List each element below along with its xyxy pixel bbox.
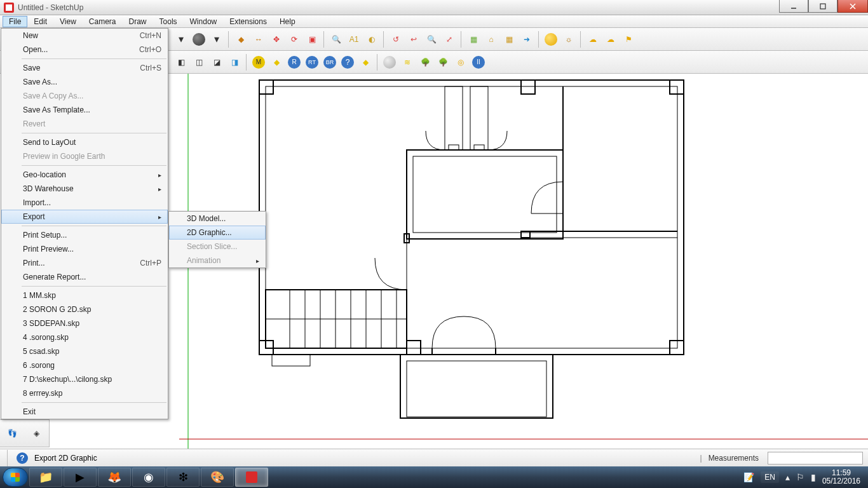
badge-help-icon[interactable]: ? [339,54,356,71]
dimension-icon[interactable]: A1 [346,31,362,48]
task-app1[interactable]: ❇ [166,468,200,487]
file-new[interactable]: NewCtrl+N [1,29,168,43]
menu-draw[interactable]: Draw [123,16,153,27]
file-save-as[interactable]: Save As... [1,75,168,89]
tray-flag-icon[interactable]: ⚐ [796,472,804,482]
file-print-preview[interactable]: Print Preview... [1,242,168,256]
file-revert: Revert [1,117,168,131]
cloud-icon[interactable]: ☁ [585,31,601,48]
file-save[interactable]: SaveCtrl+S [1,61,168,75]
file-recent-6[interactable]: 6 .sorong [1,358,168,372]
pan-icon[interactable]: ↔ [250,31,267,48]
file-print[interactable]: Print...Ctrl+P [1,256,168,270]
file-send-layout[interactable]: Send to LayOut [1,135,168,149]
badge-diamond-icon[interactable]: ◆ [268,54,285,71]
menu-extensions[interactable]: Extensions [223,16,273,27]
task-paint[interactable]: 🎨 [201,468,234,487]
cube-shaded-icon[interactable]: ◪ [208,54,225,71]
file-recent-7[interactable]: 7 D:\skechup\...\cilong.skp [1,372,168,386]
file-3d-warehouse[interactable]: 3D Warehouse▸ [1,182,168,196]
tree2-icon[interactable]: 🌳 [435,54,451,71]
rotate-icon[interactable]: ⟳ [286,31,302,48]
tray-battery-icon[interactable]: ▮ [811,472,816,482]
menu-help[interactable]: Help [273,16,302,27]
file-save-template[interactable]: Save As Template... [1,103,168,117]
badge-m-icon[interactable]: M [250,54,267,71]
fog-icon[interactable]: ☁ [602,31,619,48]
pause-icon[interactable]: II [470,54,487,71]
badge-br-icon[interactable]: BR [322,54,338,71]
export-3d-model[interactable]: 3D Model... [169,212,266,226]
orbit-icon[interactable]: ◆ [233,31,249,48]
badge-gold-icon[interactable]: ◆ [357,54,374,71]
menu-view[interactable]: View [53,16,83,27]
file-recent-5[interactable]: 5 csad.skp [1,344,168,358]
minimize-button[interactable] [779,0,808,13]
file-recent-8[interactable]: 8 errrey.skp [1,386,168,400]
task-chrome[interactable]: ◉ [132,468,165,487]
task-firefox[interactable]: 🦊 [98,468,131,487]
eye-target-icon[interactable]: ◈ [27,423,47,444]
orbit-view-icon[interactable]: ↺ [388,31,404,48]
file-print-setup[interactable]: Print Setup... [1,228,168,242]
sphere-icon[interactable] [381,54,398,71]
prev-view-icon[interactable]: ↩ [405,31,422,48]
target-icon[interactable]: ◎ [452,54,469,71]
menu-camera[interactable]: Camera [83,16,123,27]
badge-r-icon[interactable]: R [286,54,302,71]
zoom-extents-icon[interactable]: ⤢ [441,31,458,48]
export-2d-graphic[interactable]: 2D Graphic... [169,226,266,240]
file-export[interactable]: Export▸ [1,210,168,224]
circle-dial-icon[interactable] [191,31,207,48]
menu-file[interactable]: File [3,16,27,27]
cube-blue-icon[interactable]: ◨ [226,54,243,71]
menubar: File Edit View Camera Draw Tools Window … [0,15,868,28]
footprint-icon[interactable]: 👣 [2,423,22,444]
shadow-icon[interactable]: ☼ [560,31,577,48]
file-recent-3[interactable]: 3 SDDEPAN.skp [1,316,168,330]
start-button[interactable] [3,468,28,487]
scale-icon[interactable]: ▣ [304,31,320,48]
tape-measure-icon[interactable]: 🔍 [328,31,344,48]
help-icon[interactable]: ? [17,452,28,464]
cube-wire-icon[interactable]: ◫ [191,54,207,71]
tray-notepad-icon[interactable]: 📝 [743,472,754,482]
file-recent-1[interactable]: 1 MM.skp [1,288,168,302]
file-generate-report[interactable]: Generate Report... [1,270,168,284]
task-sketchup[interactable] [235,468,268,487]
file-import[interactable]: Import... [1,196,168,210]
menu-edit[interactable]: Edit [27,16,53,27]
map-icon[interactable]: ▦ [465,31,482,48]
file-recent-4[interactable]: 4 .sorong.skp [1,330,168,344]
move-icon[interactable]: ✥ [268,31,285,48]
tray-clock[interactable]: 11:59 05/12/2016 [822,469,860,485]
close-button[interactable] [837,0,868,13]
protractor-icon[interactable]: ◐ [363,31,380,48]
system-tray: 📝 EN ▴ ⚐ ▮ 11:59 05/12/2016 [743,469,865,485]
menu-window[interactable]: Window [184,16,224,27]
maximize-button[interactable] [808,0,837,13]
sun-icon[interactable] [543,31,559,48]
file-exit[interactable]: Exit [1,405,168,419]
measurements-input[interactable] [768,452,863,464]
tray-up-icon[interactable]: ▴ [785,472,790,482]
warehouse-icon[interactable]: ⌂ [483,31,499,48]
badge-rt-icon[interactable]: RT [304,54,320,71]
file-geo-location[interactable]: Geo-location▸ [1,168,168,182]
flag-icon[interactable]: ⚑ [620,31,637,48]
sandbox-icon[interactable]: ≋ [399,54,416,71]
svg-rect-17 [470,86,488,150]
dropdown-arrow-icon[interactable]: ▾ [173,31,189,48]
dropdown-arrow-icon[interactable]: ▾ [208,31,225,48]
file-recent-2[interactable]: 2 SORON G 2D.skp [1,302,168,316]
cube-iso-icon[interactable]: ◧ [173,54,189,71]
export-icon[interactable]: ➜ [519,31,535,48]
zoom-icon[interactable]: 🔍 [423,31,440,48]
component-icon[interactable]: ▦ [501,31,517,48]
tray-language[interactable]: EN [761,471,779,483]
task-explorer[interactable]: 📁 [29,468,62,487]
file-open[interactable]: Open...Ctrl+O [1,43,168,57]
menu-tools[interactable]: Tools [153,16,184,27]
task-media[interactable]: ▶ [64,468,97,487]
tree-icon[interactable]: 🌳 [417,54,433,71]
